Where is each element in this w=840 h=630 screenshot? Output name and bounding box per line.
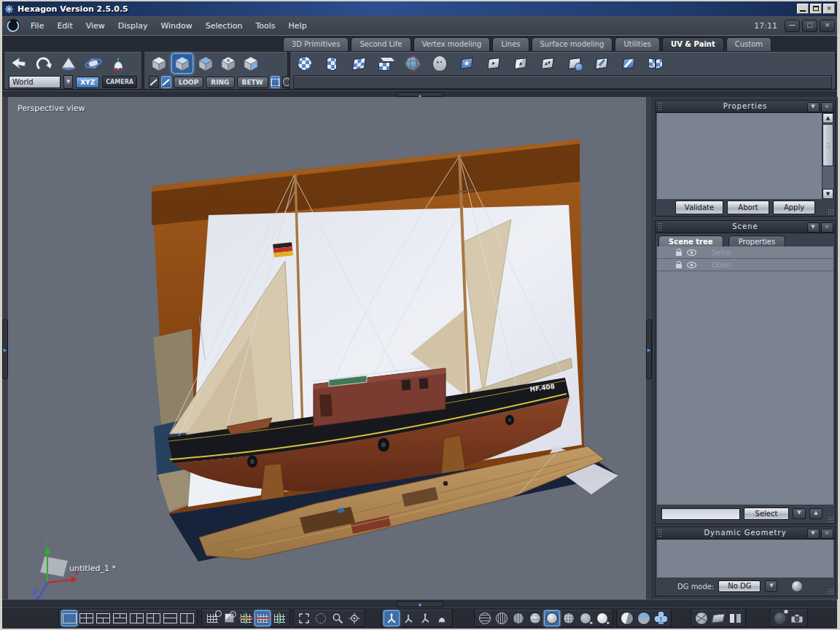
close-button[interactable]: × xyxy=(823,4,835,14)
world-dropdown[interactable]: World xyxy=(9,76,61,88)
uv-map-sphere-icon[interactable] xyxy=(295,54,315,73)
menubar-close-button[interactable]: × xyxy=(820,20,835,32)
menu-file[interactable]: File xyxy=(24,18,50,34)
grid-red-line-icon[interactable] xyxy=(254,610,271,626)
layout-single-icon[interactable] xyxy=(61,610,77,626)
panel-close-icon[interactable]: × xyxy=(821,222,833,233)
select-object-cube-icon[interactable] xyxy=(149,54,169,73)
dock-collapse-handle[interactable]: ▼ xyxy=(396,601,444,607)
xyz-toggle-button[interactable]: XYZ xyxy=(76,77,99,88)
layout-columns-icon[interactable] xyxy=(179,610,195,626)
layout-rows-icon[interactable] xyxy=(162,610,178,626)
half-sphere-icon[interactable] xyxy=(619,610,635,626)
soft-selection-ghost-icon[interactable] xyxy=(434,610,450,626)
select-button[interactable]: Select xyxy=(744,508,789,520)
multi-lobe-icon[interactable] xyxy=(653,610,669,626)
panel-grip-icon[interactable] xyxy=(658,102,663,110)
panel-grip-icon[interactable] xyxy=(658,222,663,230)
camera-toggle-button[interactable]: CAMERA xyxy=(102,76,137,88)
universal-manipulator-icon[interactable] xyxy=(384,610,400,626)
perspective-viewport[interactable]: HF.408 xyxy=(8,97,646,599)
menu-selection[interactable]: Selection xyxy=(199,18,249,34)
select-point-cube-icon[interactable] xyxy=(218,54,238,73)
look-at-icon[interactable] xyxy=(346,610,362,626)
minimize-button[interactable] xyxy=(797,4,809,14)
uv-checker-fold-icon[interactable] xyxy=(645,54,666,73)
scene-tree-row-seite[interactable]: Seite xyxy=(657,246,833,259)
tab-surface-modeling[interactable]: Surface modeling xyxy=(532,37,613,51)
panel-close-icon[interactable]: × xyxy=(821,529,833,539)
panel-resize-grip[interactable] xyxy=(828,516,834,523)
scroll-down-icon[interactable]: ▼ xyxy=(822,189,833,199)
select-down-arrow-icon[interactable]: ▼ xyxy=(793,508,806,519)
properties-scrollbar[interactable]: ▲ ▼ xyxy=(822,113,833,199)
lock-icon[interactable] xyxy=(676,252,682,256)
uv-map-cube-icon[interactable] xyxy=(376,54,396,73)
ring-button[interactable]: RING xyxy=(206,77,234,88)
uv-unwrap-star-icon[interactable]: ★ xyxy=(456,54,477,73)
title-bar[interactable]: Hexagon Version 2.5.0.5 × xyxy=(2,1,837,16)
menu-window[interactable]: Window xyxy=(154,18,198,34)
grid-crosshair-icon[interactable] xyxy=(238,610,254,626)
layout-top-wide-icon[interactable] xyxy=(95,610,111,626)
toolbar-collapse-handle[interactable]: ▲ xyxy=(396,92,444,97)
menu-display[interactable]: Display xyxy=(112,18,155,34)
scene-panel-titlebar[interactable]: Scene ▼ × xyxy=(656,221,835,233)
uv-unfold-plane-icon[interactable]: ▸ xyxy=(483,54,504,73)
uv-project-blob-icon[interactable] xyxy=(564,54,585,73)
menu-edit[interactable]: Edit xyxy=(50,18,79,34)
box-clip-icon[interactable] xyxy=(221,610,237,626)
menu-help[interactable]: Help xyxy=(282,18,314,34)
lock-icon[interactable] xyxy=(676,264,682,268)
panel-menu-arrow-icon[interactable]: ▼ xyxy=(807,102,820,112)
select-up-arrow-icon[interactable]: ▲ xyxy=(809,508,822,519)
layout-quad-icon[interactable] xyxy=(78,610,94,626)
paint-brush-icon[interactable] xyxy=(591,54,612,73)
menubar-maximize-button[interactable]: □ xyxy=(802,20,817,32)
snapshot-camera-icon[interactable] xyxy=(789,610,805,626)
render-sphere-icon[interactable]: * xyxy=(772,610,788,626)
uv-map-cylinder-icon[interactable] xyxy=(322,54,342,73)
layout-bottom-wide-icon[interactable] xyxy=(112,610,128,626)
dg-mode-arrow-icon[interactable]: ▼ xyxy=(765,580,777,592)
faceted-sphere-icon[interactable] xyxy=(693,610,709,626)
layout-left-split-icon[interactable] xyxy=(128,610,144,626)
sphere-cap-icon[interactable] xyxy=(636,610,652,626)
uv-pin-plane-icon[interactable]: ▴▾ xyxy=(537,54,558,73)
paint-select-blue-icon[interactable] xyxy=(161,76,171,88)
panel-menu-arrow-icon[interactable]: ▼ xyxy=(807,222,820,233)
split-panels-icon[interactable] xyxy=(727,610,743,626)
right-panel-collapse-handle[interactable]: ▶ xyxy=(646,319,652,379)
ghost-tool-icon[interactable] xyxy=(108,54,128,73)
properties-panel-titlebar[interactable]: Properties ▼ × xyxy=(656,101,835,113)
shaded-wire-icon[interactable] xyxy=(527,610,543,626)
scene-select-input[interactable] xyxy=(661,508,740,520)
panel-resize-grip[interactable] xyxy=(828,209,834,215)
maximize-button[interactable] xyxy=(810,4,822,14)
scale-manipulator-icon[interactable] xyxy=(417,610,433,626)
dynamic-geometry-titlebar[interactable]: Dynamic Geometry ▼ × xyxy=(656,527,835,540)
dense-wireframe-icon[interactable] xyxy=(494,610,510,626)
rotate-arrow-icon[interactable] xyxy=(34,54,54,73)
abort-button[interactable]: Abort xyxy=(727,201,769,214)
flat-wire-icon[interactable] xyxy=(510,610,526,626)
tab-lines[interactable]: Lines xyxy=(492,37,529,51)
select-face-cube-icon[interactable] xyxy=(195,54,216,73)
wedge-icon[interactable] xyxy=(710,610,726,626)
scene-item-label[interactable]: Oben xyxy=(712,261,731,269)
wireframe-icon[interactable] xyxy=(477,610,493,626)
menu-view[interactable]: View xyxy=(79,18,112,34)
apply-button[interactable]: Apply xyxy=(773,201,815,214)
pan-circle-icon[interactable] xyxy=(313,610,329,626)
tab-custom[interactable]: Custom xyxy=(726,37,771,51)
tab-second-life[interactable]: Second Life xyxy=(351,37,411,51)
visibility-eye-icon[interactable] xyxy=(687,262,696,268)
scroll-up-icon[interactable]: ▲ xyxy=(822,113,833,123)
dg-sphere-button[interactable] xyxy=(792,581,802,591)
dg-mode-dropdown[interactable]: No DG xyxy=(718,580,761,592)
panel-resize-grip[interactable] xyxy=(828,588,834,595)
select-edge-cube-icon[interactable] xyxy=(241,54,261,73)
grid-green-line-icon[interactable] xyxy=(271,610,287,626)
flat-shaded-icon[interactable]: ▸ xyxy=(578,610,594,626)
visibility-eye-icon[interactable] xyxy=(687,249,696,256)
